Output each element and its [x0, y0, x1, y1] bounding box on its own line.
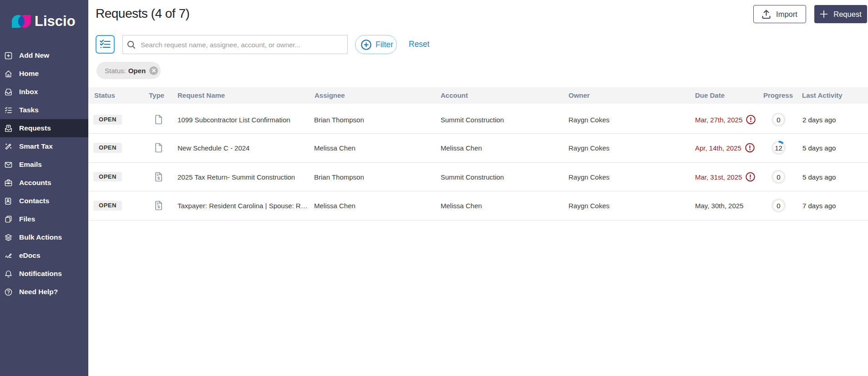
svg-text:0: 0 — [777, 116, 780, 124]
svg-text:0: 0 — [777, 173, 780, 180]
svg-text:0: 0 — [777, 202, 780, 210]
svg-text:$: $ — [157, 175, 160, 180]
svg-text:$: $ — [157, 204, 160, 209]
svg-text:12: 12 — [775, 144, 782, 152]
